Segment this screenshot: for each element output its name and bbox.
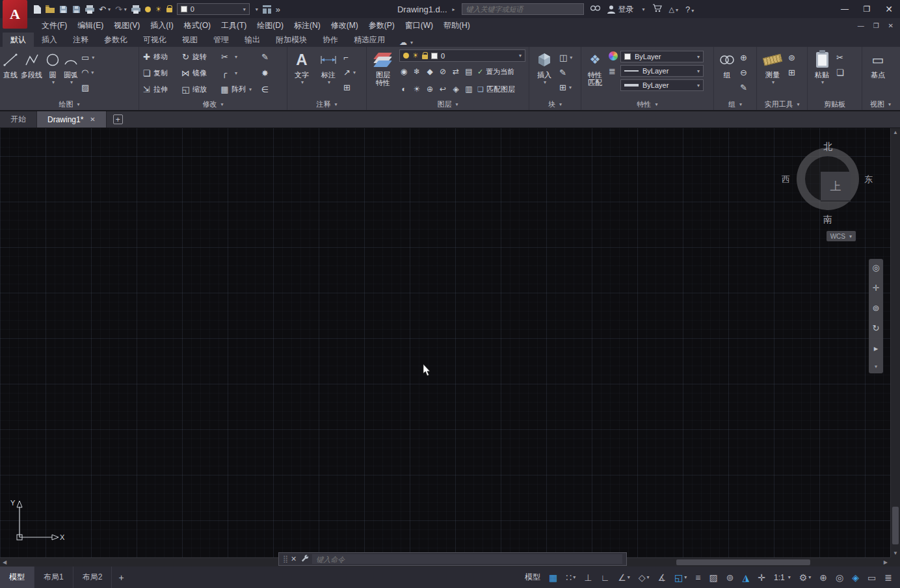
tab-start[interactable]: 开始 (0, 111, 37, 127)
layer-lock-icon[interactable] (166, 6, 172, 12)
grid-display[interactable]: ▦▾ (549, 572, 557, 583)
annotate-mini-button[interactable]: ↗▾ (343, 66, 356, 78)
dimension-button[interactable]: 标注 ▾ (316, 49, 341, 98)
panel-footer-layers[interactable]: 图层▾ (367, 98, 529, 110)
qat-customize-caret[interactable]: ▾ (254, 7, 258, 12)
panel-footer-clipboard[interactable]: 剪贴板 (808, 98, 862, 110)
paste-button[interactable]: 粘贴 ▾ (810, 49, 834, 98)
signin-button[interactable]: 登录 (607, 4, 634, 15)
ribbon-tab[interactable]: 可视化 (135, 33, 174, 47)
doc-minimize-button[interactable]: — (858, 22, 864, 29)
orbit[interactable]: ↻ (873, 323, 880, 333)
tab-drawing1[interactable]: Drawing1* ✕ (37, 111, 107, 127)
autocad-logo[interactable]: A (3, 0, 27, 29)
snap-mode[interactable]: ∷▾ (566, 572, 576, 583)
panel-footer-view[interactable]: 视图▾ (862, 98, 899, 110)
menu-item[interactable]: 插入(I) (145, 18, 178, 33)
polyline-button[interactable]: 多段线 (21, 49, 42, 98)
panel-footer-properties[interactable]: 特性▾ (581, 98, 713, 110)
new-layout-button[interactable]: + (118, 572, 124, 583)
caret-down-icon[interactable]: ▾ (642, 7, 645, 12)
modify-tool-button[interactable]: ◱缩放▾ (181, 85, 217, 94)
color-wheel-icon[interactable] (609, 51, 618, 60)
panel-footer-utilities[interactable]: 实用工具▾ (757, 98, 807, 110)
block-mini-button[interactable]: ⊞▾ (559, 81, 572, 93)
modify-tool-button[interactable]: ↻旋转▾ (181, 52, 217, 62)
horizontal-scroll-thumb[interactable] (676, 559, 810, 565)
vertical-scroll-thumb[interactable] (892, 507, 899, 544)
command-input[interactable] (312, 554, 622, 564)
group-mini-button[interactable]: ✎ (740, 81, 747, 93)
viewcube-north-label[interactable]: 北 (786, 141, 870, 153)
menu-item[interactable]: 视图(V) (109, 18, 145, 33)
clean-screen[interactable]: ▭▾ (867, 572, 876, 583)
annotation-visibility[interactable]: ◮▾ (743, 572, 750, 583)
block-mini-button[interactable]: ◫▾ (559, 51, 572, 63)
save-as-button[interactable] (72, 5, 81, 14)
ribbon-tab[interactable]: 协作 (315, 33, 346, 47)
save-button[interactable] (59, 5, 68, 14)
close-button[interactable]: ✕ (878, 0, 900, 18)
panel-footer-groups[interactable]: 组▾ (714, 98, 756, 110)
menu-item[interactable]: 文件(F) (36, 18, 72, 33)
insert-block-button[interactable]: 插入 ▾ (532, 49, 557, 98)
osnap-tracking[interactable]: ∡▾ (658, 572, 667, 583)
panel-footer-block[interactable]: 块▾ (529, 98, 581, 110)
viewcube-east-label[interactable]: 东 (864, 174, 873, 185)
isodraft[interactable]: ◇▾ (639, 572, 650, 583)
group-mini-button[interactable]: ⊖ (740, 66, 747, 78)
modify-tool-button[interactable]: ⇲拉伸▾ (142, 85, 178, 94)
menu-item[interactable]: 帮助(H) (438, 18, 475, 33)
modify-tool-button[interactable]: ✎▾ (260, 52, 274, 62)
text-button[interactable]: A 文字 ▾ (290, 49, 313, 98)
group-mini-button[interactable]: ⊕ (740, 51, 747, 63)
lineweight-select[interactable]: ByLayer ▾ (620, 79, 704, 91)
vertical-scrollbar[interactable]: ▲ ▼ (890, 128, 900, 557)
ribbon-tab[interactable]: 管理 (205, 33, 237, 47)
customize[interactable]: ≣▾ (884, 572, 892, 583)
drawing-canvas[interactable]: 上 北 南 西 东 WCS▾ ◎✛⊚↻▸ ▾ Y X ⣿ ✕ (0, 128, 900, 567)
help-icon[interactable]: ?▾ (685, 5, 694, 14)
layer-tool-icon[interactable]: ◉ (399, 67, 408, 76)
ribbon-tab[interactable]: 注释 (65, 33, 96, 47)
draw-mini-button[interactable]: ◠▾ (81, 66, 94, 78)
zoom[interactable]: ⊚ (873, 303, 880, 313)
command-close-icon[interactable]: ✕ (291, 555, 297, 563)
workspace-switching[interactable]: ⚙▾ (799, 572, 812, 583)
layer-dropdown[interactable]: ☀ 0 ▾ (399, 49, 525, 62)
binoculars-search-icon[interactable] (590, 5, 600, 14)
selection-cycling[interactable]: ⊚▾ (726, 572, 734, 583)
ribbon-tab[interactable]: 附加模块 (268, 33, 315, 47)
viewcube-top-face[interactable]: 上 (821, 172, 851, 202)
ribbon-tab[interactable]: 精选应用 (346, 33, 393, 47)
polar-tracking[interactable]: ∠▾ (618, 572, 630, 583)
share-icon[interactable]: △▾ (669, 5, 678, 14)
utility-mini-button[interactable]: ⊚ (788, 51, 795, 63)
pan[interactable]: ✛ (873, 283, 880, 293)
layer-tool-icon[interactable]: ◐ (399, 85, 408, 94)
object-snap[interactable]: ◱▾ (674, 572, 687, 583)
modify-tool-button[interactable]: ✸▾ (260, 68, 274, 78)
graphics-performance[interactable]: ◈▾ (852, 572, 859, 583)
measure-button[interactable]: 测量 ▾ (760, 49, 786, 98)
viewcube[interactable]: 上 北 南 西 东 (786, 142, 870, 220)
ribbon-tab[interactable]: 插入 (34, 33, 65, 47)
ribbon-tab[interactable]: 默认 (3, 33, 34, 47)
layer-tool-icon[interactable]: ◆ (425, 67, 434, 76)
search-input[interactable] (462, 3, 584, 15)
modify-tool-button[interactable]: ▦阵列▾ (220, 85, 257, 94)
utility-mini-button[interactable]: ⊞ (788, 66, 795, 78)
open-button[interactable] (46, 5, 55, 13)
cart-icon[interactable] (652, 4, 662, 14)
ribbon-tab[interactable]: 视图 (174, 33, 205, 47)
menu-item[interactable]: 参数(P) (364, 18, 400, 33)
circle-button[interactable]: 圆 ▾ (45, 49, 60, 98)
layer-tool-icon[interactable]: ▤ (464, 67, 473, 76)
viewcube-south-label[interactable]: 南 (786, 214, 870, 226)
scroll-up-icon[interactable]: ▲ (891, 129, 900, 135)
new-drawing-button[interactable]: + (113, 114, 123, 124)
doc-close-button[interactable]: ✕ (888, 22, 893, 29)
panel-footer-modify[interactable]: 修改▾ (139, 98, 287, 110)
full-navigation-wheel[interactable]: ◎ (872, 263, 879, 273)
clipboard-mini-button[interactable]: ✂ (836, 51, 844, 63)
